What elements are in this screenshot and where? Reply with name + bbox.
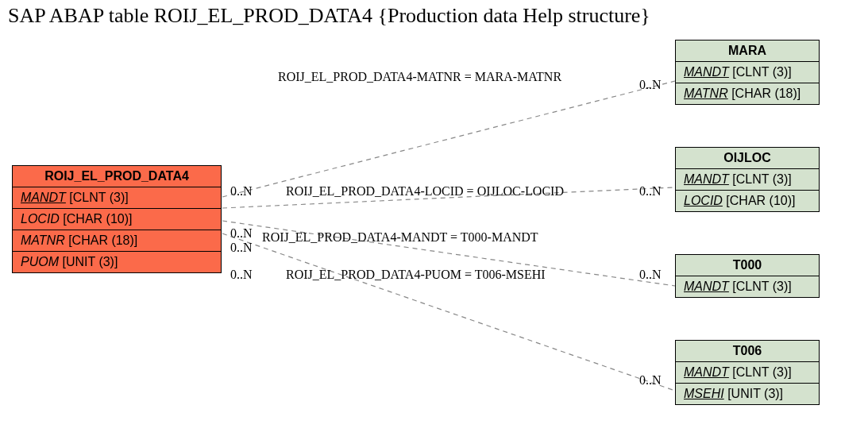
entity-t006-field-msehi: MSEHI [UNIT (3)] (676, 383, 819, 404)
entity-t006: T006 MANDT [CLNT (3)] MSEHI [UNIT (3)] (675, 340, 820, 405)
field-name: MANDT (684, 365, 729, 379)
field-type: [CLNT (3)] (732, 172, 791, 186)
field-name: LOCID (684, 194, 723, 207)
card-right-r2: 0..N (639, 184, 662, 199)
card-right-r3: 0..N (639, 268, 662, 282)
field-type: [CLNT (3)] (69, 191, 128, 204)
entity-main-name: ROIJ_EL_PROD_DATA4 (13, 166, 221, 187)
entity-oijloc-name: OIJLOC (676, 148, 819, 168)
entity-t000-field-mandt: MANDT [CLNT (3)] (676, 276, 819, 297)
field-type: [CHAR (10)] (63, 212, 132, 226)
card-left-r4: 0..N (230, 268, 253, 282)
svg-line-0 (222, 81, 675, 197)
field-name: MATNR (684, 87, 728, 100)
entity-main-field-mandt: MANDT [CLNT (3)] (13, 187, 221, 208)
field-name: MANDT (684, 172, 729, 186)
entity-mara-name: MARA (676, 41, 819, 61)
field-type: [CHAR (10)] (726, 194, 795, 207)
card-right-r4: 0..N (639, 373, 662, 388)
entity-mara: MARA MANDT [CLNT (3)] MATNR [CHAR (18)] (675, 40, 820, 105)
entity-mara-field-matnr: MATNR [CHAR (18)] (676, 83, 819, 104)
field-name: MANDT (21, 191, 66, 204)
card-left-r3: 0..N (230, 241, 253, 255)
relation-label-t000: ROIJ_EL_PROD_DATA4-MANDT = T000-MANDT (262, 230, 538, 245)
entity-t000: T000 MANDT [CLNT (3)] (675, 254, 820, 298)
card-left-r1: 0..N (230, 184, 253, 199)
card-right-r1: 0..N (639, 78, 662, 92)
entity-t006-name: T006 (676, 341, 819, 361)
entity-t006-field-mandt: MANDT [CLNT (3)] (676, 361, 819, 383)
entity-main-field-puom: PUOM [UNIT (3)] (13, 251, 221, 272)
entity-t000-name: T000 (676, 255, 819, 276)
field-type: [UNIT (3)] (62, 255, 118, 268)
entity-main-field-matnr: MATNR [CHAR (18)] (13, 230, 221, 251)
entity-mara-field-mandt: MANDT [CLNT (3)] (676, 61, 819, 83)
entity-main-field-locid: LOCID [CHAR (10)] (13, 208, 221, 230)
entity-main: ROIJ_EL_PROD_DATA4 MANDT [CLNT (3)] LOCI… (12, 165, 222, 273)
field-type: [CLNT (3)] (732, 365, 791, 379)
field-name: PUOM (21, 255, 59, 268)
relation-label-mara: ROIJ_EL_PROD_DATA4-MATNR = MARA-MATNR (278, 70, 561, 84)
relation-label-t006: ROIJ_EL_PROD_DATA4-PUOM = T006-MSEHI (286, 268, 546, 282)
field-name: MSEHI (684, 387, 724, 400)
page-title: SAP ABAP table ROIJ_EL_PROD_DATA4 {Produ… (8, 4, 650, 28)
field-type: [CHAR (18)] (731, 87, 800, 100)
field-type: [CLNT (3)] (732, 65, 791, 79)
field-name: LOCID (21, 212, 60, 226)
card-left-r2: 0..N (230, 226, 253, 241)
field-type: [UNIT (3)] (727, 387, 783, 400)
svg-line-3 (222, 233, 675, 391)
entity-oijloc: OIJLOC MANDT [CLNT (3)] LOCID [CHAR (10)… (675, 147, 820, 212)
entity-oijloc-field-locid: LOCID [CHAR (10)] (676, 190, 819, 211)
field-type: [CHAR (18)] (68, 233, 137, 247)
field-name: MANDT (684, 280, 729, 293)
entity-oijloc-field-mandt: MANDT [CLNT (3)] (676, 168, 819, 190)
field-type: [CLNT (3)] (732, 280, 791, 293)
field-name: MATNR (21, 233, 65, 247)
field-name: MANDT (684, 65, 729, 79)
relation-label-oijloc: ROIJ_EL_PROD_DATA4-LOCID = OIJLOC-LOCID (286, 184, 564, 199)
